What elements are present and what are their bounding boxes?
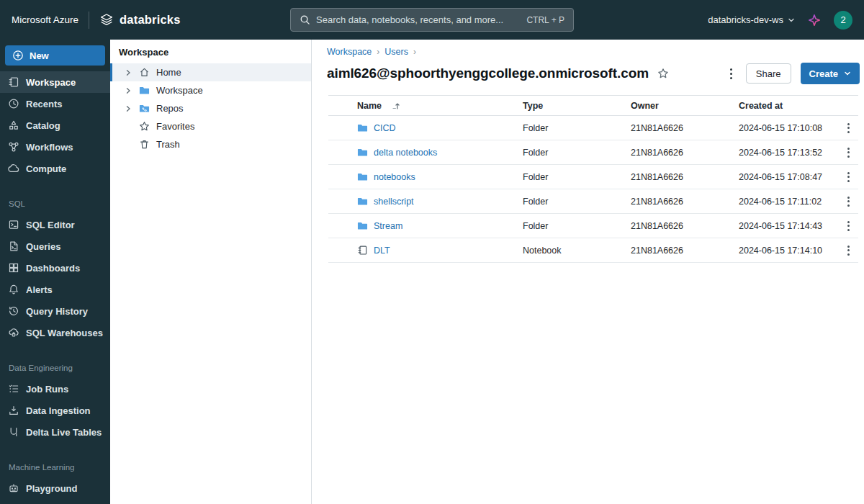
sidebar-item-catalog[interactable]: Catalog (0, 114, 110, 136)
microsoft-azure-link[interactable]: Microsoft Azure (12, 14, 78, 25)
user-avatar[interactable]: 2 (834, 11, 852, 30)
chevron-down-icon (844, 70, 851, 77)
new-button-label: New (30, 50, 49, 61)
sidebar-item-dashboards[interactable]: Dashboards (0, 257, 110, 279)
top-bar: Microsoft Azure databricks CTRL + P data… (0, 0, 864, 40)
pipeline-icon (8, 426, 19, 438)
item-created-at: 2024-06-15 17:14:10 (739, 246, 838, 256)
sidebar-item-sql-editor[interactable]: SQL Editor (0, 214, 110, 235)
sidebar-item-sql-warehouses[interactable]: SQL Warehouses (0, 322, 110, 343)
item-created-at: 2024-06-15 17:13:52 (739, 148, 838, 158)
sidebar-item-delta-live-tables[interactable]: Delta Live Tables (0, 421, 110, 443)
workspace-selector-dropdown[interactable]: databricks-dev-ws (708, 14, 795, 25)
sidebar-item-label: SQL Editor (26, 220, 75, 230)
row-overflow-menu-icon[interactable] (838, 194, 858, 210)
tree-item-label: Workspace (156, 85, 203, 96)
item-type: Folder (523, 172, 631, 182)
sort-ascending-icon (392, 102, 400, 110)
databricks-layers-icon (99, 13, 114, 27)
item-name-link[interactable]: CICD (374, 123, 396, 133)
tree-item-label: Home (156, 67, 181, 78)
tree-item-trash[interactable]: Trash (110, 135, 311, 153)
sidebar-item-label: Delta Live Tables (26, 427, 102, 438)
databricks-logo[interactable]: databricks (99, 13, 181, 27)
sidebar-item-workflows[interactable]: Workflows (0, 136, 110, 158)
row-overflow-menu-icon[interactable] (838, 243, 858, 258)
folder-icon (357, 196, 368, 207)
chevron-right-icon[interactable] (122, 105, 134, 112)
notebook-icon (8, 76, 19, 88)
tree-item-home[interactable]: Home (110, 63, 311, 81)
tree-item-repos[interactable]: Repos (110, 99, 311, 117)
sidebar-section-sql: SQL (0, 198, 110, 210)
row-overflow-menu-icon[interactable] (838, 218, 858, 234)
sidebar-item-data-ingestion[interactable]: Data Ingestion (0, 400, 110, 421)
row-overflow-menu-icon[interactable] (838, 120, 858, 136)
create-button[interactable]: Create (801, 63, 860, 84)
assistant-sparkle-icon[interactable] (808, 14, 821, 27)
catalog-icon (8, 120, 19, 131)
global-search[interactable]: CTRL + P (290, 8, 574, 32)
column-header-owner[interactable]: Owner (631, 101, 739, 111)
search-input[interactable] (316, 14, 521, 25)
sidebar-item-alerts[interactable]: Alerts (0, 279, 110, 300)
sidebar-item-queries[interactable]: Queries (0, 235, 110, 257)
favorite-star-icon[interactable] (657, 68, 669, 79)
table-header-row: Name Type Owner Created at (328, 95, 858, 116)
folder-icon (357, 122, 368, 133)
plus-circle-icon (12, 50, 24, 61)
table-row[interactable]: delta notebooks Folder 21N81A6626 2024-0… (328, 140, 858, 165)
sidebar-item-compute[interactable]: Compute (0, 158, 110, 179)
sidebar-item-label: Job Runs (26, 384, 68, 395)
databricks-wordmark: databricks (120, 13, 181, 27)
sidebar-item-label: Dashboards (26, 263, 80, 274)
table-row[interactable]: DLT Notebook 21N81A6626 2024-06-15 17:14… (328, 238, 858, 263)
workspace-browser-panel: Workspace Home Workspace (110, 40, 312, 504)
breadcrumb-separator: › (413, 46, 416, 58)
workspace-selector-label: databricks-dev-ws (708, 14, 783, 25)
table-row[interactable]: CICD Folder 21N81A6626 2024-06-15 17:10:… (328, 116, 858, 140)
breadcrumb: Workspace › Users › (327, 46, 864, 58)
page-title-row: aiml626@sphoorthyenggcollege.onmicrosoft… (327, 63, 864, 84)
item-owner: 21N81A6626 (631, 148, 739, 158)
sidebar-item-playground[interactable]: Playground (0, 477, 110, 499)
column-header-created-at[interactable]: Created at (739, 101, 838, 111)
item-name-link[interactable]: DLT (374, 246, 390, 256)
ingestion-icon (8, 405, 19, 416)
column-header-name[interactable]: Name (328, 101, 523, 111)
tree-item-favorites[interactable]: Favorites (110, 117, 311, 135)
sidebar-item-experiments[interactable]: Experiments (0, 499, 110, 504)
tree-item-workspace[interactable]: Workspace (110, 81, 311, 99)
overflow-menu-icon[interactable] (726, 64, 737, 84)
item-type: Folder (523, 148, 631, 158)
item-name-link[interactable]: delta notebooks (374, 148, 437, 158)
breadcrumb-separator: › (377, 46, 379, 58)
sidebar-item-recents[interactable]: Recents (0, 93, 110, 114)
item-name-link[interactable]: notebooks (374, 172, 415, 182)
sidebar-section-machine-learning: Machine Learning (0, 462, 110, 473)
star-icon (138, 121, 150, 132)
main-content: Workspace › Users › aiml626@sphoorthyeng… (312, 40, 864, 504)
table-row[interactable]: Stream Folder 21N81A6626 2024-06-15 17:1… (328, 214, 858, 238)
sidebar-item-label: Alerts (26, 284, 53, 295)
table-row[interactable]: notebooks Folder 21N81A6626 2024-06-15 1… (328, 165, 858, 189)
item-name-link[interactable]: Stream (374, 221, 402, 231)
bell-icon (8, 284, 19, 295)
chevron-right-icon[interactable] (122, 87, 134, 94)
sidebar-item-workspace[interactable]: Workspace (0, 71, 110, 93)
row-overflow-menu-icon[interactable] (838, 145, 858, 161)
share-button[interactable]: Share (746, 63, 791, 84)
table-row[interactable]: shellscript Folder 21N81A6626 2024-06-15… (328, 189, 858, 214)
chevron-right-icon[interactable] (122, 69, 134, 76)
breadcrumb-workspace-link[interactable]: Workspace (327, 46, 372, 58)
chevron-down-icon (788, 17, 795, 24)
clock-icon (8, 98, 19, 109)
column-header-type[interactable]: Type (523, 101, 631, 111)
notebook-icon (357, 245, 368, 256)
item-name-link[interactable]: shellscript (374, 197, 414, 207)
sidebar-item-job-runs[interactable]: Job Runs (0, 378, 110, 400)
sidebar-item-query-history[interactable]: Query History (0, 300, 110, 322)
breadcrumb-users-link[interactable]: Users (384, 46, 408, 58)
new-button[interactable]: New (5, 45, 105, 66)
row-overflow-menu-icon[interactable] (838, 169, 858, 185)
